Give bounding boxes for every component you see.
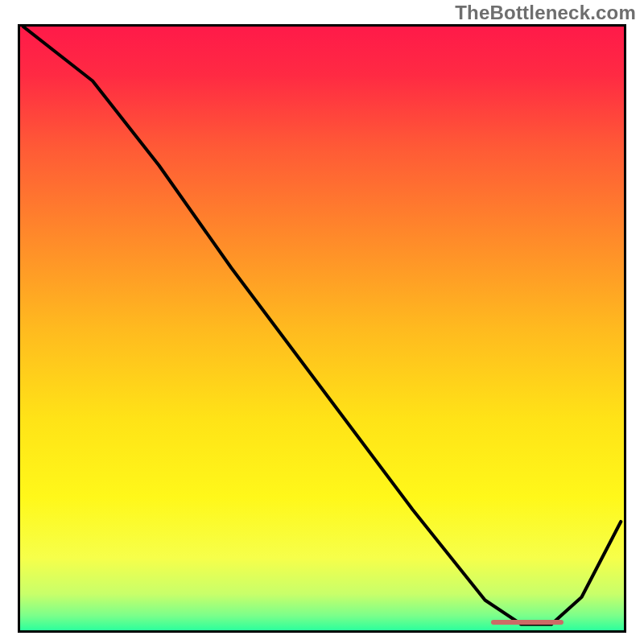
watermark-text: TheBottleneck.com	[455, 2, 636, 24]
plot-area	[18, 24, 626, 633]
optimal-range-marker	[491, 620, 564, 625]
chart-container: TheBottleneck.com	[0, 0, 644, 644]
bottleneck-curve	[20, 27, 624, 630]
